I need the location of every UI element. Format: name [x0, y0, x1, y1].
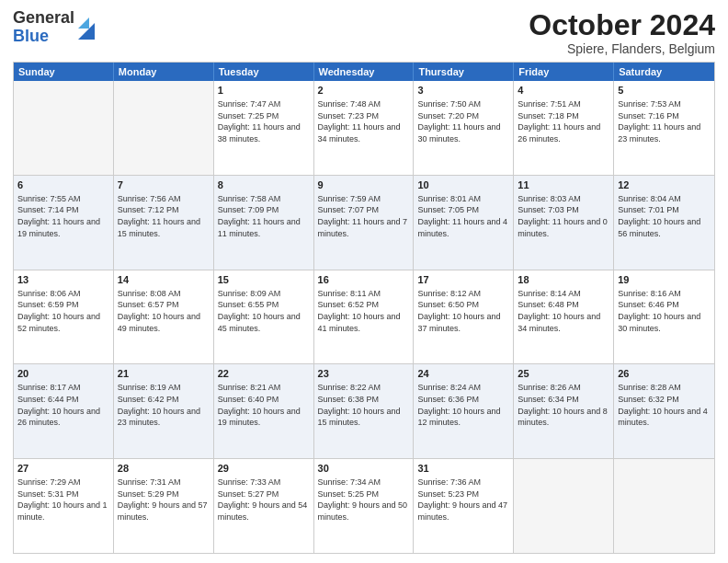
calendar-cell: 31Sunrise: 7:36 AM Sunset: 5:23 PM Dayli… — [414, 459, 514, 553]
calendar-cell: 18Sunrise: 8:14 AM Sunset: 6:48 PM Dayli… — [514, 270, 614, 364]
cell-info: Sunrise: 8:03 AM Sunset: 7:03 PM Dayligh… — [518, 194, 608, 238]
cell-info: Sunrise: 8:14 AM Sunset: 6:48 PM Dayligh… — [518, 289, 600, 333]
calendar-cell: 9Sunrise: 7:59 AM Sunset: 7:07 PM Daylig… — [314, 176, 415, 270]
cell-info: Sunrise: 8:21 AM Sunset: 6:40 PM Dayligh… — [218, 383, 301, 427]
cell-info: Sunrise: 7:29 AM Sunset: 5:31 PM Dayligh… — [17, 477, 108, 522]
calendar-cell: 16Sunrise: 8:11 AM Sunset: 6:52 PM Dayli… — [314, 270, 415, 364]
calendar-row: 13Sunrise: 8:06 AM Sunset: 6:59 PM Dayli… — [14, 270, 714, 364]
cell-info: Sunrise: 8:11 AM Sunset: 6:52 PM Dayligh… — [318, 289, 401, 333]
cell-info: Sunrise: 8:28 AM Sunset: 6:32 PM Dayligh… — [618, 383, 708, 427]
day-number: 17 — [417, 273, 509, 287]
cell-info: Sunrise: 8:24 AM Sunset: 6:36 PM Dayligh… — [417, 383, 500, 427]
day-number: 26 — [618, 367, 711, 381]
day-number: 24 — [417, 367, 509, 381]
logo: General Blue — [13, 9, 97, 46]
calendar-cell: 24Sunrise: 8:24 AM Sunset: 6:36 PM Dayli… — [414, 364, 514, 458]
cell-info: Sunrise: 7:48 AM Sunset: 7:23 PM Dayligh… — [318, 99, 401, 144]
cell-info: Sunrise: 7:56 AM Sunset: 7:12 PM Dayligh… — [118, 194, 200, 238]
svg-marker-1 — [78, 17, 89, 29]
day-number: 1 — [218, 84, 310, 98]
cell-info: Sunrise: 7:58 AM Sunset: 7:09 PM Dayligh… — [218, 194, 301, 238]
calendar-cell: 30Sunrise: 7:34 AM Sunset: 5:25 PM Dayli… — [314, 459, 415, 553]
logo-general: General — [13, 9, 74, 28]
cell-info: Sunrise: 8:26 AM Sunset: 6:34 PM Dayligh… — [518, 383, 608, 427]
calendar-cell: 23Sunrise: 8:22 AM Sunset: 6:38 PM Dayli… — [314, 364, 415, 458]
day-number: 6 — [17, 178, 109, 192]
day-number: 12 — [618, 178, 711, 192]
calendar-cell: 3Sunrise: 7:50 AM Sunset: 7:20 PM Daylig… — [414, 81, 514, 175]
day-number: 7 — [118, 178, 210, 192]
day-number: 4 — [518, 84, 609, 98]
calendar-cell: 25Sunrise: 8:26 AM Sunset: 6:34 PM Dayli… — [514, 364, 614, 458]
calendar-row: 27Sunrise: 7:29 AM Sunset: 5:31 PM Dayli… — [14, 458, 714, 553]
cell-info: Sunrise: 7:55 AM Sunset: 7:14 PM Dayligh… — [17, 194, 100, 238]
cell-info: Sunrise: 8:17 AM Sunset: 6:44 PM Dayligh… — [17, 383, 100, 427]
calendar-row: 20Sunrise: 8:17 AM Sunset: 6:44 PM Dayli… — [14, 363, 714, 458]
calendar-day-header: Wednesday — [314, 63, 415, 81]
calendar-body: 1Sunrise: 7:47 AM Sunset: 7:25 PM Daylig… — [14, 81, 714, 553]
day-number: 21 — [118, 367, 210, 381]
calendar-day-header: Tuesday — [214, 63, 314, 81]
cell-info: Sunrise: 8:19 AM Sunset: 6:42 PM Dayligh… — [118, 383, 200, 427]
cell-info: Sunrise: 7:34 AM Sunset: 5:25 PM Dayligh… — [318, 477, 408, 522]
day-number: 27 — [17, 462, 109, 476]
calendar-cell: 20Sunrise: 8:17 AM Sunset: 6:44 PM Dayli… — [14, 364, 114, 458]
day-number: 19 — [618, 273, 711, 287]
day-number: 18 — [518, 273, 609, 287]
cell-info: Sunrise: 7:36 AM Sunset: 5:23 PM Dayligh… — [417, 477, 507, 522]
day-number: 2 — [318, 84, 410, 98]
day-number: 9 — [318, 178, 410, 192]
calendar-day-header: Thursday — [414, 63, 514, 81]
month-title: October 2024 — [529, 9, 715, 41]
day-number: 16 — [318, 273, 410, 287]
cell-info: Sunrise: 8:12 AM Sunset: 6:50 PM Dayligh… — [417, 289, 500, 333]
calendar-cell — [514, 459, 614, 553]
calendar-cell: 17Sunrise: 8:12 AM Sunset: 6:50 PM Dayli… — [414, 270, 514, 364]
day-number: 15 — [218, 273, 310, 287]
calendar-cell — [614, 459, 714, 553]
day-number: 31 — [417, 462, 509, 476]
day-number: 11 — [518, 178, 609, 192]
cell-info: Sunrise: 7:59 AM Sunset: 7:07 PM Dayligh… — [318, 194, 408, 238]
cell-info: Sunrise: 8:22 AM Sunset: 6:38 PM Dayligh… — [318, 383, 401, 427]
cell-info: Sunrise: 7:53 AM Sunset: 7:16 PM Dayligh… — [618, 99, 700, 144]
day-number: 28 — [118, 462, 210, 476]
day-number: 22 — [218, 367, 310, 381]
cell-info: Sunrise: 7:31 AM Sunset: 5:29 PM Dayligh… — [118, 477, 208, 522]
calendar-cell: 10Sunrise: 8:01 AM Sunset: 7:05 PM Dayli… — [414, 176, 514, 270]
calendar-day-header: Friday — [514, 63, 614, 81]
cell-info: Sunrise: 7:47 AM Sunset: 7:25 PM Dayligh… — [218, 99, 301, 144]
cell-info: Sunrise: 7:33 AM Sunset: 5:27 PM Dayligh… — [218, 477, 308, 522]
cell-info: Sunrise: 8:08 AM Sunset: 6:57 PM Dayligh… — [118, 289, 200, 333]
calendar-cell: 4Sunrise: 7:51 AM Sunset: 7:18 PM Daylig… — [514, 81, 614, 175]
calendar-cell: 5Sunrise: 7:53 AM Sunset: 7:16 PM Daylig… — [614, 81, 714, 175]
day-number: 30 — [318, 462, 410, 476]
day-number: 10 — [417, 178, 509, 192]
calendar-cell: 8Sunrise: 7:58 AM Sunset: 7:09 PM Daylig… — [214, 176, 314, 270]
calendar-cell: 19Sunrise: 8:16 AM Sunset: 6:46 PM Dayli… — [614, 270, 714, 364]
day-number: 29 — [218, 462, 310, 476]
calendar-cell: 28Sunrise: 7:31 AM Sunset: 5:29 PM Dayli… — [114, 459, 214, 553]
logo-icon — [76, 14, 97, 41]
logo-blue: Blue — [13, 28, 74, 46]
calendar-cell: 21Sunrise: 8:19 AM Sunset: 6:42 PM Dayli… — [114, 364, 214, 458]
day-number: 5 — [618, 84, 711, 98]
day-number: 23 — [318, 367, 410, 381]
page: General Blue October 2024 Spiere, Flande… — [0, 0, 728, 563]
calendar-cell: 22Sunrise: 8:21 AM Sunset: 6:40 PM Dayli… — [214, 364, 314, 458]
day-number: 13 — [17, 273, 109, 287]
calendar-cell: 15Sunrise: 8:09 AM Sunset: 6:55 PM Dayli… — [214, 270, 314, 364]
day-number: 20 — [17, 367, 109, 381]
cell-info: Sunrise: 7:50 AM Sunset: 7:20 PM Dayligh… — [417, 99, 500, 144]
calendar-row: 6Sunrise: 7:55 AM Sunset: 7:14 PM Daylig… — [14, 175, 714, 270]
cell-info: Sunrise: 8:01 AM Sunset: 7:05 PM Dayligh… — [417, 194, 507, 238]
calendar-cell — [14, 81, 114, 175]
calendar: SundayMondayTuesdayWednesdayThursdayFrid… — [13, 62, 715, 554]
calendar-cell: 11Sunrise: 8:03 AM Sunset: 7:03 PM Dayli… — [514, 176, 614, 270]
calendar-row: 1Sunrise: 7:47 AM Sunset: 7:25 PM Daylig… — [14, 81, 714, 175]
calendar-cell: 12Sunrise: 8:04 AM Sunset: 7:01 PM Dayli… — [614, 176, 714, 270]
calendar-cell — [114, 81, 214, 175]
title-block: October 2024 Spiere, Flanders, Belgium — [529, 9, 715, 56]
cell-info: Sunrise: 8:09 AM Sunset: 6:55 PM Dayligh… — [218, 289, 301, 333]
calendar-cell: 13Sunrise: 8:06 AM Sunset: 6:59 PM Dayli… — [14, 270, 114, 364]
